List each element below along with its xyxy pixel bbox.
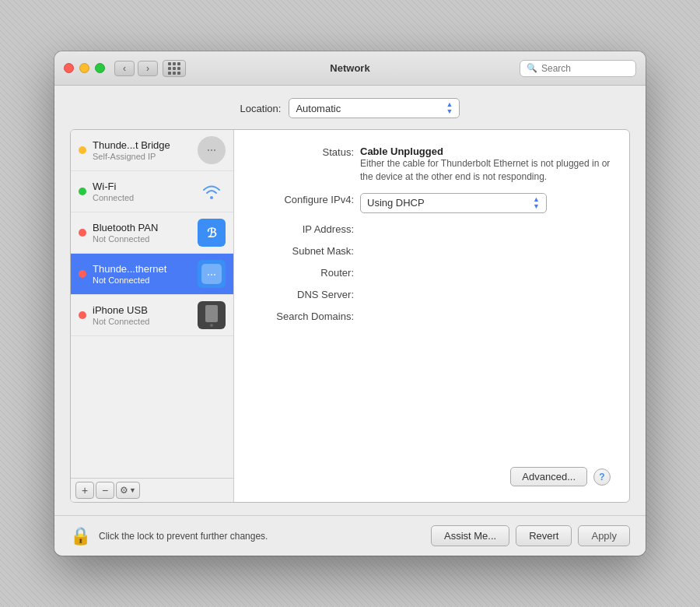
sidebar-item-iphone-usb[interactable]: iPhone USB Not Connected [71,295,233,336]
nav-buttons: ‹ › [114,61,158,76]
search-box[interactable]: 🔍 [520,60,636,77]
item-text: Bluetooth PAN Not Connected [93,222,191,244]
maximize-button[interactable] [95,63,105,73]
router-label: Router: [253,266,354,279]
lock-icon[interactable]: 🔒 [70,526,91,546]
location-label: Location: [240,103,282,114]
add-interface-button[interactable]: + [75,482,94,499]
ip-label: IP Address: [253,223,354,235]
item-status: Not Connected [93,275,191,285]
gear-menu-button[interactable]: ⚙ ▼ [116,482,140,499]
gear-dropdown-arrow: ▼ [129,486,136,494]
location-select[interactable]: Automatic ▲▼ [289,98,460,118]
sidebar-item-thunderbolt-ethernet[interactable]: Thunde...thernet Not Connected ⋯ [71,254,233,295]
dns-row: DNS Server: [253,288,611,300]
location-arrows: ▲▼ [446,101,453,115]
revert-button[interactable]: Revert [516,525,572,546]
configure-value: Using DHCP [367,197,425,209]
iphone-icon [198,301,226,329]
ethernet-icon: ⋯ [198,260,226,288]
network-preferences-window: ‹ › Network 🔍 Location: Automatic ▲▼ [54,51,646,556]
bluetooth-icon: ℬ [198,219,226,247]
back-button[interactable]: ‹ [114,61,135,76]
sidebar-item-wifi[interactable]: Wi-Fi Connected [71,171,233,212]
ip-row: IP Address: [253,223,611,235]
item-status: Not Connected [93,317,191,326]
item-status: Connected [93,193,191,202]
item-text: Thunde...t Bridge Self-Assigned IP [93,139,191,161]
status-dot-yellow [79,146,86,154]
sidebar-toolbar: + − ⚙ ▼ [71,478,233,502]
svg-point-2 [210,196,213,199]
grid-button[interactable] [163,60,186,77]
titlebar: ‹ › Network 🔍 [54,51,646,86]
item-name: Wi-Fi [93,181,191,192]
status-label: Status: [253,146,354,158]
item-text: iPhone USB Not Connected [93,304,191,326]
gear-icon: ⚙ [120,485,128,496]
configure-arrows: ▲▼ [533,196,540,210]
location-row: Location: Automatic ▲▼ [70,98,630,118]
wifi-icon [198,177,226,205]
traffic-lights [64,63,105,73]
minimize-button[interactable] [79,63,89,73]
status-dot-red [79,270,86,278]
subnet-label: Subnet Mask: [253,244,354,257]
svg-rect-8 [205,305,218,322]
svg-text:⋯: ⋯ [207,269,216,280]
item-name: Thunde...thernet [93,263,191,275]
configure-label: Configure IPv4: [253,193,354,205]
item-text: Thunde...thernet Not Connected [93,263,191,285]
sidebar-items: Thunde...t Bridge Self-Assigned IP ⋯ [71,130,233,478]
content-area: Location: Automatic ▲▼ Thunde...t Bridge [54,86,646,515]
svg-text:⋯: ⋯ [207,145,216,156]
apply-button[interactable]: Apply [578,525,630,546]
help-button[interactable]: ? [593,468,611,486]
status-row: Status: Cable Unplugged Either the cable… [253,146,611,184]
sidebar-item-thunderbolt-bridge[interactable]: Thunde...t Bridge Self-Assigned IP ⋯ [71,130,233,171]
remove-interface-button[interactable]: − [96,482,114,499]
search-icon: 🔍 [527,63,537,73]
search-input[interactable] [541,63,627,74]
configure-row: Configure IPv4: Using DHCP ▲▼ [253,193,611,213]
status-dot-red [79,311,86,319]
svg-text:ℬ: ℬ [207,226,217,240]
window-title: Network [330,62,369,74]
dns-label: DNS Server: [253,288,354,300]
item-name: Bluetooth PAN [93,222,191,233]
status-dot-green [79,188,86,195]
detail-bottom-buttons: Advanced... ? [253,467,611,486]
close-button[interactable] [64,63,74,73]
item-name: iPhone USB [93,304,191,316]
sidebar-item-bluetooth[interactable]: Bluetooth PAN Not Connected ℬ [71,212,233,254]
main-area: Thunde...t Bridge Self-Assigned IP ⋯ [70,129,630,503]
assist-me-button[interactable]: Assist Me... [431,525,509,546]
advanced-button[interactable]: Advanced... [510,467,587,486]
location-value: Automatic [296,103,341,114]
status-value: Cable Unplugged [360,146,611,157]
domains-row: Search Domains: [253,310,611,322]
item-status: Not Connected [93,234,191,244]
item-name: Thunde...t Bridge [93,139,191,151]
bottom-buttons: Assist Me... Revert Apply [431,525,630,546]
router-row: Router: [253,266,611,279]
domains-label: Search Domains: [253,310,354,322]
status-dot-red [79,229,86,237]
configure-select[interactable]: Using DHCP ▲▼ [360,193,547,213]
item-text: Wi-Fi Connected [93,181,191,202]
detail-panel: Status: Cable Unplugged Either the cable… [234,130,629,502]
lock-text: Click the lock to prevent further change… [99,531,423,542]
subnet-row: Subnet Mask: [253,244,611,257]
item-status: Self-Assigned IP [93,152,191,161]
sidebar: Thunde...t Bridge Self-Assigned IP ⋯ [71,130,234,502]
window-bottom-bar: 🔒 Click the lock to prevent further chan… [54,515,646,556]
thunderbolt-icon: ⋯ [198,136,226,164]
forward-button[interactable]: › [138,61,158,76]
status-block: Cable Unplugged Either the cable for Thu… [354,146,611,184]
status-subtext: Either the cable for Thunderbolt Etherne… [360,157,611,184]
svg-point-9 [210,324,213,327]
